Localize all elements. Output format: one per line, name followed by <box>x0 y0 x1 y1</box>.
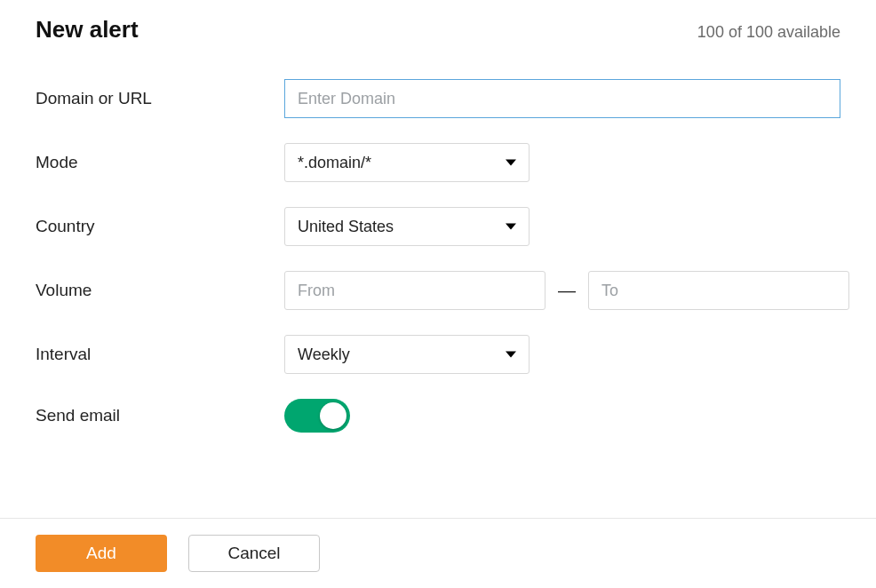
volume-label: Volume <box>36 281 284 300</box>
range-separator: — <box>558 281 576 301</box>
country-label: Country <box>36 217 284 236</box>
domain-label: Domain or URL <box>36 89 284 108</box>
interval-label: Interval <box>36 345 284 364</box>
header: New alert 100 of 100 available <box>36 16 840 44</box>
toggle-knob <box>320 402 346 429</box>
send-email-toggle[interactable] <box>284 399 350 433</box>
domain-input[interactable] <box>284 79 840 118</box>
footer: Add Cancel <box>0 518 876 588</box>
country-select[interactable]: United States <box>284 207 530 246</box>
page-title: New alert <box>36 16 139 44</box>
row-send-email: Send email <box>36 399 840 433</box>
send-email-label: Send email <box>36 406 284 425</box>
cancel-button[interactable]: Cancel <box>188 535 320 572</box>
available-count: 100 of 100 available <box>697 23 840 42</box>
volume-to-input[interactable] <box>588 271 849 310</box>
row-interval: Interval Weekly <box>36 335 840 374</box>
chevron-down-icon <box>506 224 516 230</box>
row-country: Country United States <box>36 207 840 246</box>
row-mode: Mode *.domain/* <box>36 143 840 182</box>
add-button[interactable]: Add <box>36 535 167 572</box>
mode-select[interactable]: *.domain/* <box>284 143 530 182</box>
interval-select[interactable]: Weekly <box>284 335 530 374</box>
country-selected-value: United States <box>298 218 394 236</box>
chevron-down-icon <box>506 160 516 166</box>
interval-selected-value: Weekly <box>298 346 350 364</box>
chevron-down-icon <box>506 352 516 358</box>
row-volume: Volume — <box>36 271 840 310</box>
volume-from-input[interactable] <box>284 271 546 310</box>
mode-label: Mode <box>36 153 284 172</box>
row-domain: Domain or URL <box>36 79 840 118</box>
mode-selected-value: *.domain/* <box>298 154 371 172</box>
